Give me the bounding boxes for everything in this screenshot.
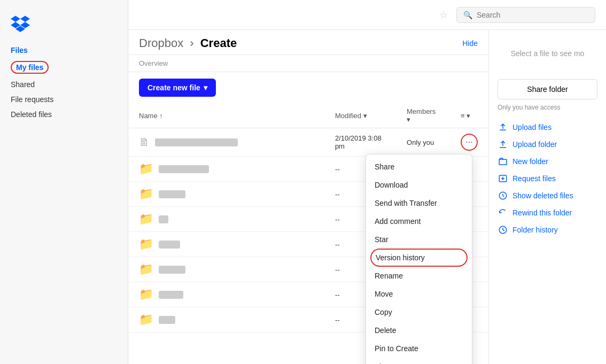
file-name-cell: 📁 ██ — [128, 207, 324, 232]
share-folder-button[interactable]: Share folder — [498, 79, 597, 99]
file-name-cell: 📁 █████ — [128, 282, 324, 307]
sidebar-item-deleted-files[interactable]: Deleted files — [4, 107, 123, 122]
file-name-text[interactable]: █ ██ — [159, 316, 175, 324]
folder-history-label: Folder history — [512, 226, 558, 234]
file-name-text[interactable]: █ ████ — [159, 190, 185, 198]
file-name-text[interactable]: ████ ███ █████████ — [155, 138, 238, 146]
svg-text:‹: ‹ — [11, 19, 11, 25]
create-new-file-button[interactable]: Create new file ▾ — [139, 79, 216, 97]
col-header-members[interactable]: Members ▾ — [396, 103, 450, 128]
create-btn-arrow: ▾ — [204, 83, 207, 92]
folder-history-action[interactable]: Folder history — [498, 224, 597, 235]
context-menu-item-rename[interactable]: Rename — [366, 267, 472, 285]
breadcrumb-separator: › — [190, 36, 193, 50]
breadcrumb: Dropbox › Create — [139, 36, 237, 50]
toolbar: Create new file ▾ — [128, 72, 488, 103]
file-name-cell: 📁 █ ███ ██ ███ — [128, 157, 324, 182]
file-name-cell: 📁 ██ ██ — [128, 232, 324, 257]
main-area: ☆ 🔍 Dropbox › Create Hide Overview — [128, 0, 606, 364]
breadcrumb-current: Create — [200, 36, 237, 50]
context-menu-item-add-comment[interactable]: Add comment — [366, 212, 472, 230]
context-menu-item-share[interactable]: Share — [366, 158, 472, 176]
col-header-modified[interactable]: Modified ▾ — [324, 103, 396, 128]
file-name-text[interactable]: ██ — [159, 215, 168, 223]
context-menu-item-delete[interactable]: Delete — [366, 321, 472, 339]
new-folder-action[interactable]: New folder — [498, 156, 597, 167]
context-menu-item-move[interactable]: Move — [366, 285, 472, 303]
upload-files-label: Upload files — [512, 123, 551, 131]
overview-label[interactable]: Overview — [139, 59, 168, 67]
request-files-action[interactable]: Request files — [498, 173, 597, 184]
context-menu-item-send-transfer[interactable]: Send with Transfer — [366, 194, 472, 212]
upload-folder-label: Upload folder — [512, 140, 557, 149]
show-deleted-icon — [498, 190, 508, 201]
show-deleted-files-action[interactable]: Show deleted files — [498, 190, 597, 201]
rewind-folder-label: Rewind this folder — [512, 208, 572, 217]
table-row: 🗎 ████ ███ █████████ 2/10/2019 3:08 pm O… — [128, 128, 488, 157]
breadcrumb-bar: Dropbox › Create Hide — [128, 30, 488, 55]
file-table: Name ↑ Modified ▾ Members ▾ ≡ ▾ 🗎 — [128, 103, 488, 332]
file-name-cell: 📁 █ ████ — [128, 182, 324, 207]
search-bar[interactable]: 🔍 — [456, 7, 595, 23]
new-folder-label: New folder — [512, 157, 548, 166]
upload-folder-icon — [498, 139, 508, 150]
more-options-button[interactable]: ··· — [461, 134, 478, 151]
context-menu-item-star[interactable]: Star — [366, 230, 472, 249]
context-menu: ShareDownloadSend with TransferAdd comme… — [366, 154, 472, 364]
search-input[interactable] — [477, 11, 588, 19]
sidebar-item-files[interactable]: Files — [4, 43, 123, 58]
sidebar-item-file-requests[interactable]: File requests — [4, 92, 123, 107]
my-files-label[interactable]: My files — [11, 61, 49, 74]
file-actions: ··· ShareDownloadSend with TransferAdd c… — [450, 128, 488, 157]
rewind-folder-action[interactable]: Rewind this folder — [498, 207, 597, 218]
file-name-text[interactable]: █████ — [159, 291, 183, 299]
file-name-text[interactable]: ██ ███ — [159, 266, 185, 274]
folder-icon: 📁 — [139, 262, 153, 276]
upload-files-action[interactable]: Upload files — [498, 122, 597, 133]
folder-icon: 📁 — [139, 313, 153, 327]
star-icon[interactable]: ☆ — [439, 9, 448, 21]
file-table-body: 🗎 ████ ███ █████████ 2/10/2019 3:08 pm O… — [128, 128, 488, 332]
file-members: Only you — [396, 128, 450, 157]
folder-icon: 📁 — [139, 237, 153, 251]
sidebar-item-shared[interactable]: Shared — [4, 77, 123, 92]
context-menu-item-version-history[interactable]: Version history — [370, 249, 468, 267]
context-menu-item-pin-to-create[interactable]: Pin to Create — [366, 339, 472, 358]
table-header-row: Name ↑ Modified ▾ Members ▾ ≡ ▾ — [128, 103, 488, 128]
file-name-text[interactable]: ██ ██ — [159, 241, 180, 249]
request-files-label: Request files — [512, 174, 556, 183]
file-modified: 2/10/2019 3:08 pm — [324, 128, 396, 157]
request-files-icon — [498, 173, 508, 184]
col-header-name[interactable]: Name ↑ — [128, 103, 324, 128]
file-name-cell: 📁 █ ██ — [128, 307, 324, 332]
file-name-cell: 🗎 ████ ███ █████████ — [128, 128, 324, 157]
rewind-folder-icon — [498, 207, 508, 218]
context-menu-item-download[interactable]: Download — [366, 176, 472, 194]
view-toggle-icon[interactable]: ≡ ▾ — [461, 112, 470, 120]
select-file-message: Select a file to see mo — [498, 38, 597, 68]
sidebar-item-my-files[interactable]: My files — [4, 58, 123, 77]
right-panel: Select a file to see mo Share folder Onl… — [488, 30, 606, 364]
context-menu-item-copy[interactable]: Copy — [366, 303, 472, 321]
breadcrumb-parent[interactable]: Dropbox — [139, 36, 183, 50]
access-label: Only you have access — [498, 104, 597, 111]
folder-icon: 📁 — [139, 187, 153, 201]
search-icon: 🔍 — [463, 11, 472, 19]
upload-folder-action[interactable]: Upload folder — [498, 139, 597, 150]
upload-files-icon — [498, 122, 508, 133]
new-folder-icon — [498, 156, 508, 167]
svg-rect-1 — [500, 130, 506, 131]
show-deleted-label: Show deleted files — [512, 191, 573, 200]
col-header-actions: ≡ ▾ — [450, 103, 488, 128]
hide-button[interactable]: Hide — [462, 39, 478, 48]
dropbox-logo-icon: ‹ — [11, 13, 30, 32]
action-list: Upload files Upload folder — [498, 122, 597, 235]
file-name-text[interactable]: █ ███ ██ ███ — [159, 165, 209, 173]
context-menu-item-pin-to[interactable]: Pin to... — [366, 358, 472, 364]
sidebar-nav: Files My files Shared File requests Dele… — [0, 43, 128, 122]
file-browser: Dropbox › Create Hide Overview Create ne… — [128, 30, 488, 364]
content-area: Dropbox › Create Hide Overview Create ne… — [128, 30, 606, 364]
logo-area: ‹ — [0, 9, 128, 43]
file-name-cell: 📁 ██ ███ — [128, 257, 324, 282]
folder-history-icon — [498, 224, 508, 235]
